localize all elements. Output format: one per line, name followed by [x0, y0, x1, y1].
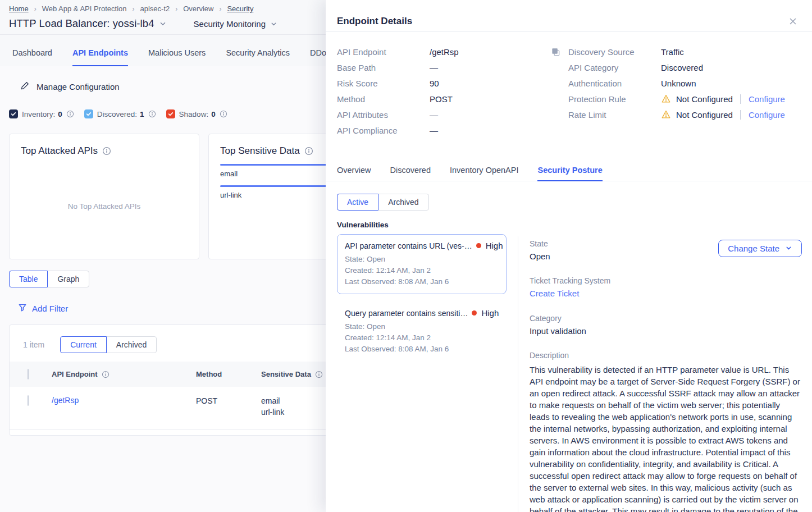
tab-inventory-openapi[interactable]: Inventory OpenAPI	[450, 166, 519, 181]
column-method: Method	[196, 370, 261, 378]
breadcrumb-separator: ›	[34, 5, 37, 13]
method-cell: POST	[196, 395, 261, 406]
description-text: This vulnerability is detected if an HTT…	[530, 364, 802, 512]
breadcrumb-home[interactable]: Home	[9, 4, 29, 13]
ticket-tracking-label: Ticket Tracking System	[530, 276, 802, 285]
archived-filter-button[interactable]: Archived	[106, 336, 157, 353]
discovered-checkbox[interactable]: Discovered: 1	[84, 109, 156, 118]
change-state-button[interactable]: Change State	[718, 240, 802, 257]
tab-api-endpoints[interactable]: API Endpoints	[72, 48, 128, 66]
active-archived-toggle: Active Archived	[337, 194, 429, 211]
warning-icon	[661, 109, 671, 120]
breadcrumb-waap[interactable]: Web App & API Protection	[42, 4, 127, 13]
endpoint-link[interactable]: /getRsp	[52, 396, 79, 405]
shadow-checkbox[interactable]: Shadow: 0	[166, 109, 227, 118]
view-toggle: Table Graph	[9, 271, 89, 287]
vulnerability-meta: State: Open Created: 12:14 AM, Jan 2 Las…	[345, 254, 499, 287]
archived-filter-button[interactable]: Archived	[378, 194, 428, 211]
detail-row: API Compliance —	[337, 122, 568, 138]
breadcrumb-overview[interactable]: Overview	[183, 4, 213, 13]
info-icon[interactable]	[102, 371, 110, 378]
discovered-count: 1	[140, 110, 144, 118]
endpoint-details-drawer: Endpoint Details API Endpoint /getRsp Ba…	[326, 0, 812, 512]
top-sensitive-title: Top Sensitive Data	[220, 145, 300, 157]
funnel-icon	[18, 303, 27, 314]
tab-dashboard[interactable]: Dashboard	[12, 48, 52, 66]
detail-row: API Attributes —	[337, 107, 568, 122]
description-label: Description	[530, 351, 802, 360]
vulnerability-title: Query parameter contains sensiti…	[345, 309, 468, 318]
info-icon[interactable]	[148, 110, 156, 118]
configure-protection-rule-link[interactable]: Configure	[740, 94, 785, 104]
breadcrumb-separator: ›	[132, 5, 134, 13]
vulnerability-card[interactable]: API parameter contains URL (ves-… High S…	[337, 234, 507, 294]
current-filter-button[interactable]: Current	[60, 336, 107, 353]
checkbox-checked-icon	[84, 109, 93, 118]
tab-overview[interactable]: Overview	[337, 166, 371, 181]
chevron-down-icon[interactable]	[159, 20, 167, 28]
warning-icon	[661, 94, 671, 104]
column-api-endpoint: API Endpoint	[52, 370, 196, 378]
copy-icon[interactable]	[551, 47, 560, 57]
monitoring-dropdown[interactable]: Security Monitoring	[194, 19, 277, 29]
vulnerabilities-heading: Vulnerabilities	[337, 221, 518, 229]
detail-row: Discovery Source Traffic	[568, 44, 799, 60]
select-all-checkbox[interactable]	[28, 369, 29, 380]
info-icon[interactable]	[315, 371, 323, 378]
detail-row: Method POST	[337, 91, 568, 107]
info-icon[interactable]	[220, 110, 227, 118]
breadcrumb-separator: ›	[219, 5, 221, 13]
active-filter-button[interactable]: Active	[337, 194, 378, 211]
breadcrumb-namespace[interactable]: apisec-t2	[140, 4, 170, 13]
vulnerability-title: API parameter contains URL (ves-…	[345, 241, 472, 250]
top-attacked-title: Top Attacked APIs	[21, 145, 98, 157]
shadow-count: 0	[211, 110, 216, 118]
vulnerability-card[interactable]: Query parameter contains sensiti… High S…	[337, 301, 507, 362]
inventory-checkbox[interactable]: Inventory: 0	[9, 109, 74, 118]
create-ticket-link[interactable]: Create Ticket	[530, 289, 579, 298]
top-attacked-apis-card: Top Attacked APIs No Top Attacked APIs	[9, 134, 199, 259]
category-value: Input validation	[530, 326, 802, 336]
tab-security-posture[interactable]: Security Posture	[537, 166, 602, 181]
checkbox-checked-icon	[9, 109, 18, 118]
graph-view-button[interactable]: Graph	[47, 271, 89, 287]
row-checkbox[interactable]	[28, 395, 29, 406]
info-icon[interactable]	[66, 110, 74, 118]
tab-security-analytics[interactable]: Security Analytics	[226, 48, 290, 66]
detail-row-protection-rule: Protection Rule Not Configured Configure	[568, 91, 799, 107]
item-count: 1 item	[23, 340, 44, 349]
severity-high-dot	[472, 310, 477, 316]
tab-discovered[interactable]: Discovered	[390, 166, 431, 181]
table-view-button[interactable]: Table	[9, 271, 48, 287]
add-filter-label: Add Filter	[32, 304, 68, 313]
vulnerability-meta: State: Open Created: 12:14 AM, Jan 2 Las…	[345, 321, 499, 355]
inventory-label: Inventory:	[22, 110, 55, 118]
drawer-title: Endpoint Details	[337, 16, 412, 27]
app-root: Home › Web App & API Protection › apisec…	[0, 0, 812, 512]
drawer-tabs: Overview Discovered Inventory OpenAPI Se…	[326, 166, 812, 181]
detail-row: API Endpoint /getRsp	[337, 44, 568, 60]
detail-row: Base Path —	[337, 60, 568, 75]
discovered-label: Discovered:	[97, 110, 137, 118]
vulnerability-detail: State Open Change State Ticket Tracking …	[518, 236, 812, 512]
pencil-icon	[20, 81, 30, 92]
current-archived-toggle: Current Archived	[60, 336, 157, 353]
vulnerability-list: Vulnerabilities API parameter contains U…	[326, 221, 518, 512]
severity-high-dot	[476, 243, 481, 248]
info-icon[interactable]	[102, 147, 111, 156]
tab-malicious-users[interactable]: Malicious Users	[148, 48, 206, 66]
close-icon[interactable]	[788, 17, 797, 26]
severity-label: High	[486, 241, 503, 250]
checkbox-checked-icon	[166, 109, 175, 118]
detail-row-rate-limit: Rate Limit Not Configured Configure	[568, 107, 799, 122]
chevron-down-icon	[270, 20, 277, 28]
detail-row: API Category Discovered	[568, 60, 799, 75]
breadcrumb-security[interactable]: Security	[227, 4, 253, 13]
severity-label: High	[481, 308, 499, 318]
inventory-count: 0	[58, 110, 62, 118]
configure-rate-limit-link[interactable]: Configure	[740, 110, 785, 120]
endpoint-detail-fields: API Endpoint /getRsp Base Path — Risk Sc…	[326, 32, 812, 153]
empty-state-message: No Top Attacked APIs	[10, 202, 199, 211]
detail-row: Authentication Unknown	[568, 75, 799, 91]
info-icon[interactable]	[304, 147, 313, 156]
